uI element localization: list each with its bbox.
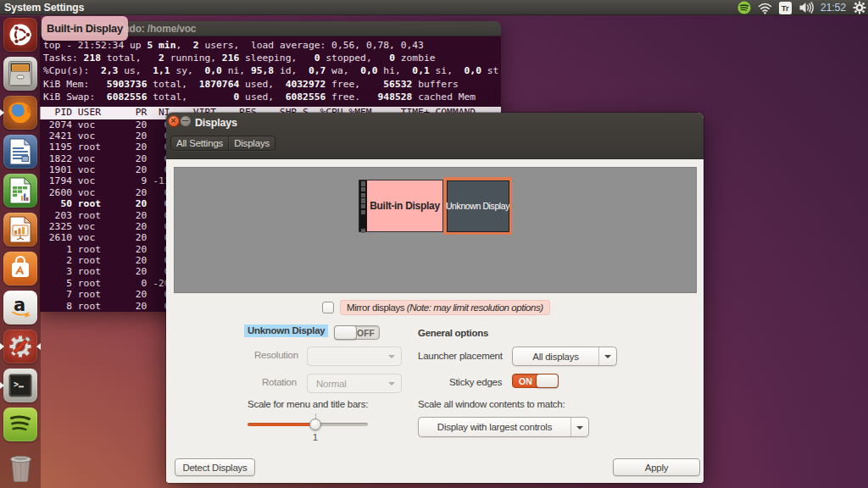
- launcher-placement-dropdown[interactable]: All displays: [512, 347, 617, 366]
- launcher-item-ubuntu-dash[interactable]: [3, 17, 38, 53]
- sticky-edges-label: Sticky edges: [449, 377, 502, 387]
- scale-all-dropdown[interactable]: Display with largest controls: [418, 417, 589, 437]
- launcher-strip-graphic: [359, 180, 367, 231]
- mirror-displays-label[interactable]: Mirror displays (Note: may limit resolut…: [340, 300, 550, 315]
- session-gear-icon[interactable]: [853, 1, 866, 14]
- window-close-button[interactable]: [168, 115, 180, 127]
- spotify-indicator-icon[interactable]: [737, 1, 751, 14]
- running-indicator: [0, 382, 4, 389]
- monitor-unknown-label: Unknown Display: [446, 201, 509, 211]
- displays-window-header[interactable]: Displays All Settings Displays: [166, 113, 704, 159]
- monitor-builtin-label: Built-in Display: [370, 200, 440, 212]
- svg-text:a: a: [14, 295, 25, 315]
- apply-button[interactable]: Apply: [613, 458, 700, 476]
- focused-indicator: [36, 343, 41, 350]
- launcher-item-libreoffice-writer[interactable]: [3, 134, 38, 169]
- top-summary: top - 21:52:34 up 5 min, 2 users, load a…: [43, 39, 498, 104]
- launcher-item-libreoffice-calc[interactable]: [3, 173, 38, 208]
- display-power-switch[interactable]: OFF: [334, 325, 380, 340]
- built-in-display-tooltip: Built-in Display: [42, 16, 128, 41]
- settings-breadcrumb: All Settings Displays: [170, 136, 275, 151]
- keyboard-layout-indicator[interactable]: Tr: [779, 2, 792, 14]
- scale-slider[interactable]: 1: [248, 423, 368, 426]
- mirror-displays-row: Mirror displays (Note: may limit resolut…: [322, 299, 550, 316]
- unity-launcher: a >: [0, 16, 41, 488]
- launcher-placement-label: Launcher placement: [418, 351, 503, 361]
- displays-window: Displays All Settings Displays Built-in …: [166, 113, 704, 483]
- volume-icon[interactable]: [798, 1, 814, 14]
- monitor-builtin-display[interactable]: Built-in Display: [359, 180, 443, 232]
- panel-app-title: System Settings: [4, 2, 84, 14]
- launcher-item-libreoffice-impress[interactable]: [3, 212, 38, 247]
- slider-knob[interactable]: [309, 419, 321, 430]
- scale-menu-label: Scale for menu and title bars:: [248, 399, 368, 409]
- launcher-item-firefox[interactable]: [3, 95, 38, 130]
- panel-indicators: Tr 21:52: [737, 0, 866, 15]
- detect-displays-button[interactable]: Detect Displays: [175, 458, 255, 476]
- clock[interactable]: 21:52: [821, 2, 846, 14]
- launcher-item-terminal[interactable]: >: [3, 368, 38, 403]
- terminal-title: sudo: /home/voc: [118, 23, 196, 35]
- monitor-arrangement-panel[interactable]: Built-in Display Unknown Display: [174, 167, 697, 293]
- rotation-label: Rotation: [262, 377, 297, 387]
- running-indicator: [0, 343, 4, 350]
- launcher-item-software-center[interactable]: [3, 251, 38, 286]
- wifi-icon[interactable]: [758, 2, 772, 14]
- displays-window-content: Built-in Display Unknown Display Mirror …: [166, 159, 704, 483]
- running-indicator: [0, 109, 4, 116]
- top-process-rows: 2074 voc 20 0 2421 voc 20 0 1195 root 20…: [43, 119, 170, 312]
- displays-window-title: Displays: [195, 117, 237, 129]
- monitor-unknown-display[interactable]: Unknown Display: [443, 177, 512, 235]
- launcher-item-files[interactable]: [3, 56, 38, 92]
- resolution-dropdown[interactable]: [307, 347, 402, 366]
- launcher-item-spotify[interactable]: [3, 407, 38, 442]
- dropdown-arrow-icon: [570, 418, 588, 436]
- launcher-item-amazon[interactable]: a: [3, 290, 38, 325]
- selected-display-label: Unknown Display: [244, 325, 328, 336]
- rotation-dropdown[interactable]: Normal: [307, 374, 402, 393]
- window-minimize-button[interactable]: [180, 115, 192, 127]
- mirror-displays-checkbox[interactable]: [322, 302, 334, 313]
- dropdown-arrow-icon: [598, 347, 616, 365]
- top-panel: System Settings Tr: [0, 0, 868, 15]
- dropdown-arrow-icon: [383, 374, 401, 392]
- dropdown-arrow-icon: [383, 347, 401, 365]
- all-settings-button[interactable]: All Settings: [171, 136, 228, 150]
- svg-text:>: >: [14, 380, 19, 389]
- general-options-heading: General options: [418, 328, 488, 338]
- scale-all-label: Scale all window contents to match:: [418, 399, 565, 409]
- slider-value: 1: [309, 432, 321, 442]
- displays-tab[interactable]: Displays: [228, 136, 275, 150]
- resolution-label: Resolution: [254, 350, 298, 360]
- launcher-item-system-settings[interactable]: [3, 329, 38, 364]
- launcher-item-trash[interactable]: [3, 451, 38, 486]
- sticky-edges-switch[interactable]: ON: [512, 374, 559, 388]
